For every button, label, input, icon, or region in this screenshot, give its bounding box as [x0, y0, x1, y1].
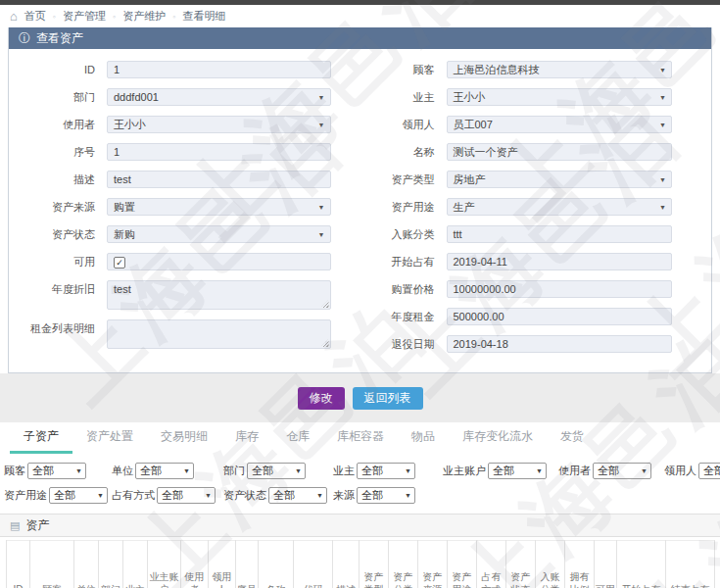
field-textarea[interactable] — [107, 319, 331, 349]
form-row: 年度租金500000.00 — [360, 308, 712, 325]
field-value: 房地产 — [454, 173, 486, 185]
field-input[interactable]: 2019-04-11 — [447, 253, 673, 270]
checkbox[interactable]: ✓ — [114, 257, 125, 269]
breadcrumb: ⌂首页◦资产管理◦资产维护◦查看明细 — [0, 5, 720, 27]
column-header: 单位 — [74, 541, 99, 588]
field-input[interactable]: 2019-04-18 — [447, 335, 673, 353]
asset-form: ID1部门dddfd001▼使用者王小小▼序号1描述test资产来源购置▼资产状… — [9, 61, 711, 363]
field-value: 测试一个资产 — [454, 146, 518, 158]
field-select[interactable]: 王小小▼ — [447, 88, 673, 106]
field-textarea[interactable]: test — [107, 280, 331, 310]
field-select[interactable]: 新购▼ — [107, 225, 331, 243]
form-row: 可用✓ — [9, 253, 360, 270]
field-value: 上海邑泊信息科技 — [454, 64, 540, 75]
column-header: 拥有比例 — [565, 541, 595, 588]
field-value: test — [114, 173, 131, 185]
tab-7[interactable]: 物品 — [398, 422, 449, 454]
filter-select[interactable]: 全部▼ — [488, 463, 547, 479]
field-input[interactable]: 10000000.00 — [447, 280, 673, 298]
tab-6[interactable]: 库柜容器 — [323, 422, 398, 454]
column-header: 入账分类 — [536, 541, 565, 588]
breadcrumb-item-2[interactable]: 资产管理 — [63, 9, 106, 24]
filter-value: 全部 — [703, 464, 720, 478]
field-value: 2019-04-11 — [454, 256, 507, 268]
form-row: 开始占有2019-04-11 — [360, 253, 712, 270]
field-input[interactable]: test — [107, 171, 331, 188]
filter-select[interactable]: 全部▼ — [49, 487, 108, 504]
form-row: 部门dddfd001▼ — [9, 88, 360, 106]
form-row: 资产用途生产▼ — [360, 198, 712, 216]
breadcrumb-separator-icon: ◦ — [53, 12, 56, 22]
field-input[interactable]: 1 — [107, 61, 331, 78]
filter-label: 单位 — [112, 464, 133, 478]
chevron-down-icon: ▼ — [316, 492, 323, 499]
back-to-list-button[interactable]: 返回列表 — [353, 387, 423, 410]
field-input[interactable]: ttt — [447, 225, 673, 243]
tab-2[interactable]: 资产处置 — [72, 422, 147, 454]
tab-5[interactable]: 仓库 — [272, 422, 323, 454]
field-input[interactable]: 500000.00 — [447, 308, 673, 325]
filter-select[interactable]: 全部▼ — [593, 463, 651, 479]
field-label: 使用者 — [9, 116, 107, 133]
tab-9[interactable]: 发货 — [547, 422, 598, 454]
filter-select[interactable]: 全部▼ — [357, 463, 415, 479]
panel-body: ID1部门dddfd001▼使用者王小小▼序号1描述test资产来源购置▼资产状… — [9, 49, 711, 372]
tab-4[interactable]: 库存 — [221, 422, 272, 454]
field-value: 生产 — [454, 201, 475, 213]
field-label: 资产状态 — [9, 225, 107, 243]
filter-value: 全部 — [54, 488, 75, 503]
field-input[interactable]: 1 — [107, 143, 331, 161]
panel-header: ⓘ 查看资产 — [9, 27, 711, 49]
field-select[interactable]: dddfd001▼ — [107, 88, 331, 106]
filter-select[interactable]: 全部▼ — [27, 463, 86, 479]
field-label: 年度折旧 — [9, 280, 107, 298]
breadcrumb-item-4[interactable]: 查看明细 — [182, 9, 225, 24]
filter-select[interactable]: 全部▼ — [698, 463, 720, 479]
filter-label: 资产状态 — [223, 488, 266, 503]
form-column-left: ID1部门dddfd001▼使用者王小小▼序号1描述test资产来源购置▼资产状… — [9, 61, 360, 363]
filter-select[interactable]: 全部▼ — [135, 463, 194, 479]
column-header: ID — [7, 541, 30, 588]
chevron-down-icon: ▼ — [536, 467, 543, 474]
filter-select[interactable]: 全部▼ — [357, 487, 415, 504]
field-select[interactable]: 员工007▼ — [447, 116, 673, 133]
tab-1[interactable]: 子资产 — [10, 422, 72, 454]
asset-table: ID顾客单位部门业主业主账户使用者领用人序号名称代码描述资产类型资产分类资产来源… — [6, 540, 715, 588]
column-header: 开始占有 — [617, 541, 666, 588]
field-input[interactable]: 测试一个资产 — [447, 143, 673, 161]
filter-label: 占有方式 — [112, 488, 155, 503]
field-select[interactable]: 购置▼ — [107, 198, 331, 216]
field-value: 王小小 — [114, 119, 146, 130]
column-header: 描述 — [333, 541, 360, 588]
tab-8[interactable]: 库存变化流水 — [449, 422, 547, 454]
detail-tabs: 子资产资产处置交易明细库存仓库库柜容器物品库存变化流水发货 — [0, 422, 720, 454]
field-label: 年度租金 — [360, 308, 447, 325]
breadcrumb-item-1[interactable]: 首页 — [24, 9, 46, 24]
filter-label: 使用者 — [558, 464, 591, 478]
form-row: 退役日期2019-04-18 — [360, 335, 712, 353]
chevron-down-icon: ▼ — [659, 199, 666, 215]
filter-select[interactable]: 全部▼ — [268, 487, 327, 504]
form-row: 描述test — [9, 171, 360, 188]
tab-3[interactable]: 交易明细 — [147, 422, 221, 454]
filter-area: 顾客全部▼单位全部▼部门全部▼业主全部▼业主账户全部▼使用者全部▼领用人全部▼ … — [0, 454, 720, 514]
asset-section-bar: ▤ 资产 — [0, 514, 720, 537]
field-select[interactable]: 上海邑泊信息科技▼ — [447, 61, 673, 78]
field-select[interactable]: 生产▼ — [447, 198, 673, 216]
edit-button[interactable]: 修改 — [298, 387, 345, 410]
field-select[interactable]: 王小小▼ — [107, 116, 331, 133]
filter-select[interactable]: 全部▼ — [157, 487, 216, 504]
chevron-down-icon: ▼ — [659, 117, 666, 132]
filter-value: 全部 — [252, 464, 273, 478]
filter-value: 全部 — [273, 488, 295, 503]
filter-select[interactable]: 全部▼ — [247, 463, 306, 479]
view-asset-panel: ⓘ 查看资产 ID1部门dddfd001▼使用者王小小▼序号1描述test资产来… — [8, 27, 712, 373]
column-header: 部门 — [99, 541, 123, 588]
chevron-down-icon: ▼ — [405, 492, 411, 499]
field-select[interactable]: 房地产▼ — [447, 171, 673, 188]
breadcrumb-item-3[interactable]: 资产维护 — [122, 9, 166, 24]
column-header: 序号 — [236, 541, 259, 588]
filter-label: 顾客 — [4, 464, 25, 478]
field-value: dddfd001 — [114, 91, 159, 103]
chevron-down-icon: ▼ — [75, 467, 82, 474]
